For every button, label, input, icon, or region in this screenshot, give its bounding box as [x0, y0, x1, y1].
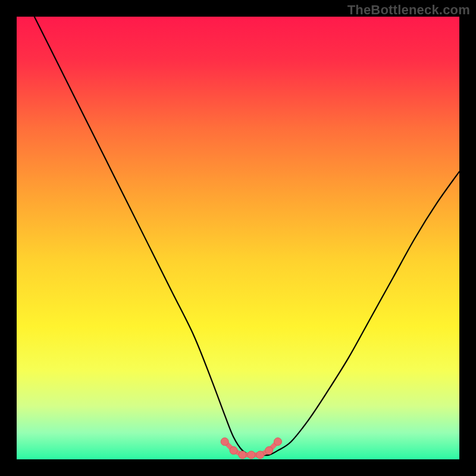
marker-dot [265, 447, 273, 455]
chart-frame: TheBottleneck.com [0, 0, 476, 476]
marker-dot [256, 451, 264, 459]
marker-dot [230, 447, 237, 455]
watermark-text: TheBottleneck.com [347, 2, 470, 18]
marker-dot [221, 438, 228, 446]
chart-canvas [17, 17, 459, 459]
gradient-background [17, 17, 459, 459]
marker-dot [239, 451, 246, 459]
marker-dot [274, 438, 281, 446]
marker-dot [248, 451, 255, 459]
